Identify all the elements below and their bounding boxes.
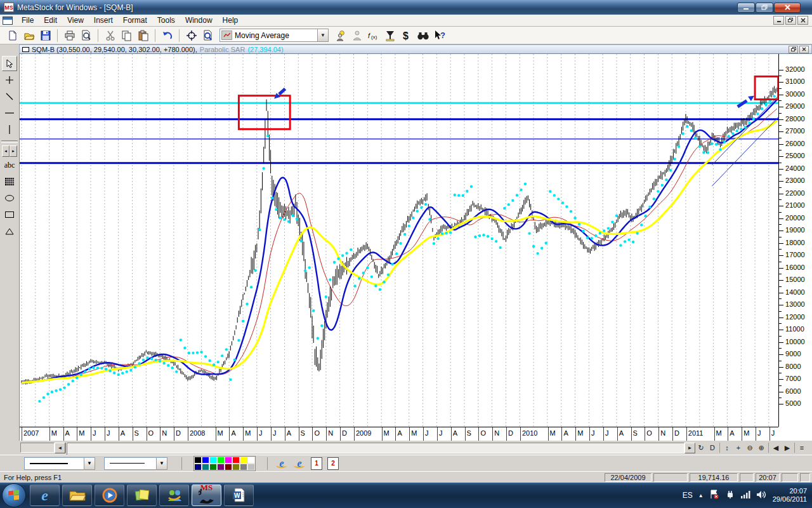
page-left-icon[interactable]: ◀ [770, 442, 782, 453]
tray-language[interactable]: ES [683, 491, 693, 500]
explorer-icon[interactable] [383, 29, 397, 43]
color-swatch[interactable] [232, 457, 240, 464]
minimize-button[interactable] [737, 3, 755, 13]
layout-page-1-icon[interactable]: 1 [311, 457, 322, 470]
horizontal-line-tool-icon[interactable] [2, 105, 17, 121]
scrollbar-thumb[interactable] [66, 443, 67, 455]
vertical-zoom-icon[interactable]: ↕ [721, 442, 733, 453]
color-swatch[interactable] [194, 464, 202, 471]
color-swatch[interactable] [240, 464, 247, 471]
context-help-icon[interactable]: ? [432, 29, 447, 43]
page-right-icon[interactable]: ▶ [782, 442, 793, 453]
mdi-restore-button[interactable] [785, 16, 796, 25]
price-chart[interactable] [20, 54, 778, 427]
menu-item-edit[interactable]: Edit [39, 15, 62, 26]
close-button[interactable] [774, 3, 801, 13]
taskbar-word-icon[interactable]: W [224, 485, 254, 506]
rectangle-tool-icon[interactable] [2, 207, 17, 222]
ellipse-tool-icon[interactable] [2, 190, 17, 206]
zoom-in-icon[interactable]: ⊕ [756, 442, 767, 453]
rescale-icon[interactable]: ↻ [695, 442, 707, 453]
scroll-right-icon[interactable]: ► [10, 145, 17, 157]
paste-icon[interactable] [136, 29, 150, 43]
color-swatch[interactable] [202, 464, 209, 471]
color-swatch[interactable] [217, 464, 225, 471]
tray-power-icon[interactable] [725, 490, 735, 501]
crosshair-icon[interactable] [184, 29, 199, 43]
taskbar-media-player-icon[interactable] [95, 485, 124, 506]
pointer-tool-icon[interactable] [2, 56, 17, 71]
tray-volume-icon[interactable] [756, 490, 766, 501]
line-weight-dropdown[interactable]: ▼ [156, 458, 167, 469]
menu-item-tools[interactable]: Tools [152, 15, 180, 26]
color-swatch[interactable] [217, 457, 225, 464]
scrollbar-left-arrow[interactable]: ◄ [55, 443, 65, 453]
color-swatch[interactable] [240, 457, 247, 464]
periodicity-button[interactable]: D [707, 442, 718, 453]
save-icon[interactable] [38, 29, 53, 43]
web-browser-icon[interactable]: e [275, 457, 289, 470]
text-tool-icon[interactable]: abc [2, 157, 17, 173]
menu-item-help[interactable]: Help [218, 15, 244, 26]
menu-item-file[interactable]: File [16, 15, 39, 26]
taskbar-messenger-icon[interactable] [159, 485, 189, 506]
mdi-minimize-button[interactable] [773, 16, 784, 25]
menu-item-window[interactable]: Window [180, 15, 218, 26]
chart-close-button[interactable] [799, 46, 809, 53]
zoom-document-icon[interactable] [200, 29, 215, 43]
search-binoculars-icon[interactable] [416, 29, 430, 43]
menu-item-view[interactable]: View [62, 15, 89, 26]
print-icon[interactable] [62, 29, 77, 43]
indicator-combo-dropdown[interactable]: ▼ [317, 29, 328, 41]
vertical-line-tool-icon[interactable] [2, 122, 17, 137]
layout-page-2-icon[interactable]: 2 [327, 457, 339, 470]
chart-restore-button[interactable] [789, 46, 798, 53]
indicator-builder-icon[interactable]: f(x) [366, 29, 381, 43]
color-swatch[interactable] [209, 464, 217, 471]
taskbar-windows-explorer-icon[interactable] [62, 485, 92, 506]
menu-item-format[interactable]: Format [118, 15, 152, 26]
color-swatch[interactable] [202, 457, 209, 464]
zoom-out-icon[interactable]: ⊖ [744, 442, 756, 453]
tray-show-hidden-icon[interactable]: ▲ [698, 493, 704, 498]
line-weight-combo[interactable]: ▼ [104, 457, 167, 470]
tray-network-icon[interactable] [740, 490, 750, 500]
color-swatch[interactable] [232, 464, 240, 471]
restore-button[interactable] [756, 3, 773, 13]
taskbar-sticky-notes-icon[interactable] [127, 485, 157, 506]
menu-item-insert[interactable]: Insert [89, 15, 118, 26]
chart-scrollbar[interactable] [65, 443, 684, 453]
taskbar-metastock-icon[interactable]: MS🮲 [192, 485, 221, 506]
color-swatch[interactable] [209, 457, 217, 464]
start-button[interactable] [2, 483, 26, 507]
color-swatch[interactable] [247, 464, 255, 471]
scrollbar-right-arrow[interactable]: ► [684, 443, 695, 453]
color-swatch[interactable] [225, 464, 232, 471]
crosshair-tool-icon[interactable] [2, 72, 17, 88]
undo-icon[interactable] [160, 29, 174, 43]
mdi-close-button[interactable] [797, 16, 808, 25]
downloader-icon[interactable]: $ [399, 29, 414, 43]
pan-icon[interactable]: + [733, 442, 744, 453]
expert-advisor-icon[interactable] [333, 29, 348, 43]
triangle-tool-icon[interactable] [2, 224, 17, 239]
color-swatch[interactable] [247, 457, 255, 464]
web-browser-alt-icon[interactable]: e [292, 457, 306, 470]
color-swatch[interactable] [194, 457, 202, 464]
cut-icon[interactable] [103, 29, 117, 43]
list-icon[interactable]: ≡ [796, 442, 808, 453]
line-style-dropdown[interactable]: ▼ [84, 458, 95, 469]
print-preview-icon[interactable] [79, 29, 93, 43]
color-swatch[interactable] [225, 457, 232, 464]
taskbar-internet-explorer-icon[interactable]: e [30, 485, 60, 506]
new-chart-icon[interactable] [5, 29, 20, 43]
line-style-combo[interactable]: ▼ [24, 457, 95, 470]
indicator-quicklist[interactable]: Moving Average ▼ [219, 29, 329, 42]
guru-icon[interactable] [350, 29, 364, 43]
mdi-child-icon[interactable] [3, 17, 13, 25]
copy-icon[interactable] [119, 29, 134, 43]
grid-tool-icon[interactable] [2, 174, 17, 189]
open-icon[interactable] [22, 29, 36, 43]
trendline-tool-icon[interactable] [2, 89, 17, 104]
scroll-left-icon[interactable]: ◄ [2, 145, 10, 157]
